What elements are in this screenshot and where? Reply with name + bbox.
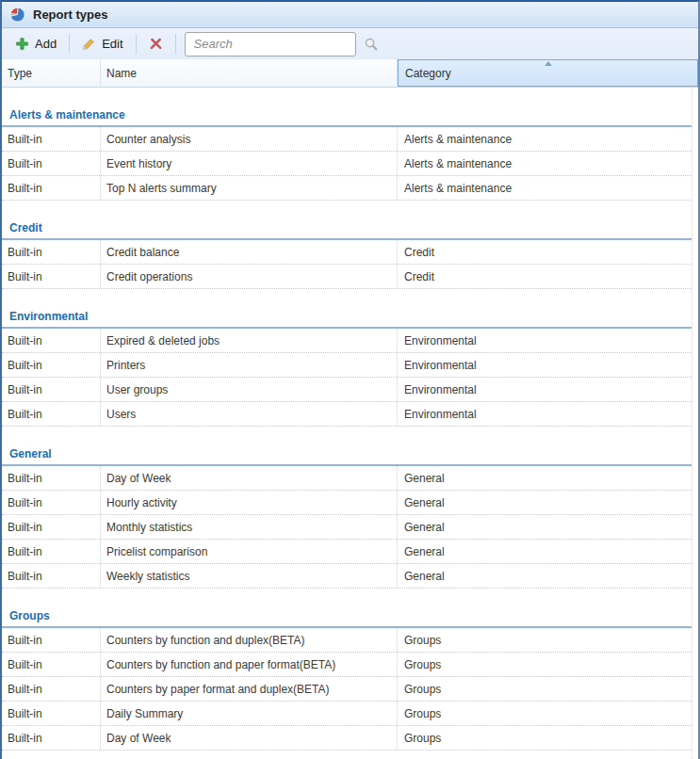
table-row[interactable]: Built-inCounters by function and duplex(… [2, 628, 692, 653]
delete-x-icon [149, 37, 163, 51]
cell-type: Built-in [2, 702, 101, 725]
table-row[interactable]: Built-inDaily SummaryGroups [2, 702, 692, 726]
group-header: General [2, 444, 698, 464]
cell-type: Built-in [2, 628, 101, 652]
table-row[interactable]: Built-inCounter analysisAlerts & mainten… [2, 127, 692, 152]
cell-name: Users [101, 402, 398, 426]
grid-body: Alerts & maintenanceBuilt-inCounter anal… [2, 88, 698, 759]
table-row[interactable]: Built-inUser groupsEnvironmental [2, 378, 692, 402]
titlebar: Report types [2, 2, 698, 28]
search-icon[interactable] [364, 37, 379, 52]
cell-name: Event history [101, 152, 398, 175]
right-strip [692, 88, 698, 759]
window-title: Report types [33, 8, 107, 22]
cell-name: Printers [101, 353, 398, 377]
cell-name: Credit balance [101, 240, 398, 264]
cell-category: Groups [398, 726, 692, 750]
table-row[interactable]: Built-inMonthly statisticsGeneral [2, 515, 692, 540]
toolbar: Add Edit [2, 28, 698, 59]
cell-name: Hourly activity [101, 491, 398, 514]
column-header-type[interactable]: Type [2, 59, 101, 87]
cell-category: Groups [398, 677, 692, 701]
cell-category: Groups [398, 628, 692, 652]
cell-name: Counters by paper format and duplex(BETA… [101, 677, 398, 701]
cell-type: Built-in [2, 491, 101, 514]
cell-type: Built-in [2, 653, 101, 676]
edit-button[interactable]: Edit [74, 32, 130, 57]
cell-name: Monthly statistics [101, 515, 398, 539]
cell-type: Built-in [2, 515, 101, 539]
add-button-label: Add [35, 37, 57, 51]
cell-name: Day of Week [101, 726, 398, 750]
plus-icon [15, 37, 29, 51]
cell-type: Built-in [2, 677, 101, 701]
cell-name: Counters by function and paper format(BE… [101, 653, 398, 676]
toolbar-separator [136, 34, 137, 54]
cell-type: Built-in [2, 726, 101, 750]
cell-type: Built-in [2, 152, 101, 175]
table-row[interactable]: Built-inExpired & deleted jobsEnvironmen… [2, 329, 692, 353]
cell-category: Environmental [398, 353, 692, 377]
column-header-name[interactable]: Name [101, 59, 398, 87]
column-header-category[interactable]: Category [398, 59, 698, 87]
group-header: Groups [2, 606, 698, 626]
table-row[interactable]: Built-inPricelist comparisonGeneral [2, 540, 692, 564]
cell-category: General [398, 491, 692, 514]
cell-category: Environmental [398, 378, 692, 401]
table-row[interactable]: Built-inDay of WeekGeneral [2, 466, 692, 491]
table-row[interactable]: Built-inEvent historyAlerts & maintenanc… [2, 152, 692, 176]
table-row[interactable]: Built-inCounters by paper format and dup… [2, 677, 692, 702]
cell-category: General [398, 564, 692, 588]
cell-category: Alerts & maintenance [398, 127, 692, 151]
cell-name: Daily Summary [101, 702, 398, 725]
cell-type: Built-in [2, 265, 101, 288]
group-header: Alerts & maintenance [2, 105, 698, 125]
group-header: Credit [2, 218, 698, 238]
cell-category: Alerts & maintenance [398, 176, 692, 200]
search-box [185, 32, 356, 57]
column-header-name-label: Name [106, 67, 137, 80]
group-header: Environmental [2, 307, 698, 327]
table-row[interactable]: Built-inDay of WeekGroups [2, 726, 692, 751]
cell-name: Credit operations [101, 265, 398, 288]
cell-type: Built-in [2, 466, 101, 490]
add-button[interactable]: Add [8, 32, 64, 57]
cell-category: Environmental [398, 329, 692, 352]
delete-button[interactable] [141, 32, 171, 57]
cell-type: Built-in [2, 176, 101, 200]
report-types-grid: Type Name Category Alerts & maintenanceB… [2, 59, 698, 759]
table-row[interactable]: Built-inCredit balanceCredit [2, 240, 692, 265]
table-row[interactable]: Built-inPrintersEnvironmental [2, 353, 692, 378]
cell-type: Built-in [2, 240, 101, 264]
grid-header-row: Type Name Category [2, 59, 698, 88]
table-row[interactable]: Built-inHourly activityGeneral [2, 491, 692, 515]
group-gap [2, 427, 698, 444]
cell-type: Built-in [2, 329, 101, 352]
column-header-type-label: Type [8, 67, 32, 80]
column-header-category-label: Category [405, 67, 451, 80]
cell-type: Built-in [2, 540, 101, 563]
table-row[interactable]: Built-inWeekly statisticsGeneral [2, 564, 692, 589]
table-row[interactable]: Built-inCounters by function and paper f… [2, 653, 692, 677]
pie-chart-icon [9, 7, 25, 23]
cell-category: Environmental [398, 402, 692, 426]
cell-name: Day of Week [101, 466, 398, 490]
cell-category: Groups [398, 702, 692, 725]
cell-type: Built-in [2, 353, 101, 377]
search-input[interactable] [186, 34, 364, 55]
cell-name: Weekly statistics [101, 564, 398, 588]
group-gap [2, 289, 698, 307]
cell-type: Built-in [2, 127, 101, 151]
cell-name: Counter analysis [101, 127, 398, 151]
table-row[interactable]: Built-inUsersEnvironmental [2, 402, 692, 427]
cell-category: Groups [398, 653, 692, 676]
cell-category: General [398, 466, 692, 490]
toolbar-separator [175, 34, 176, 54]
table-row[interactable]: Built-inCredit operationsCredit [2, 265, 692, 289]
cell-type: Built-in [2, 402, 101, 426]
group-gap [2, 201, 698, 218]
table-row[interactable]: Built-inTop N alerts summaryAlerts & mai… [2, 176, 692, 201]
toolbar-separator [69, 34, 70, 54]
group-gap [2, 589, 698, 606]
cell-category: Alerts & maintenance [398, 152, 692, 175]
